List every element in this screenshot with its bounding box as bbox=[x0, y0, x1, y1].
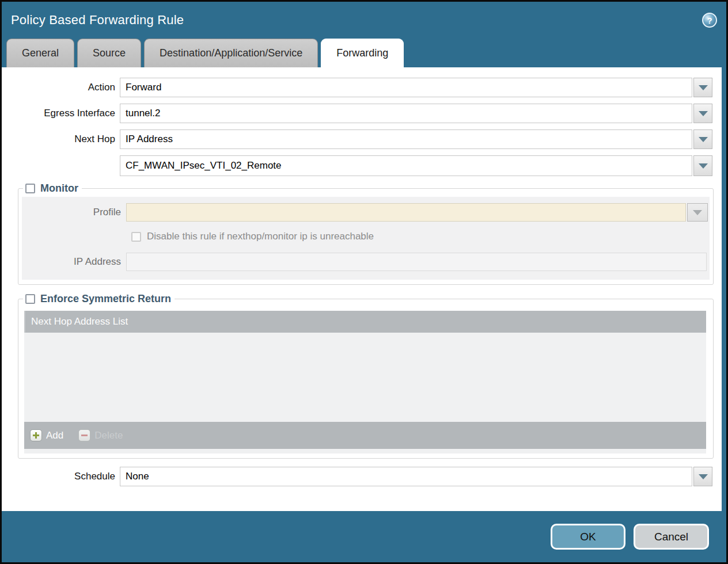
dialog-titlebar: Policy Based Forwarding Rule ? bbox=[2, 2, 726, 39]
dialog-footer: OK Cancel bbox=[2, 511, 726, 562]
tab-forwarding[interactable]: Forwarding bbox=[321, 39, 404, 67]
next-hop-address-list-table: Next Hop Address List Add Delete bbox=[24, 311, 706, 454]
profile-label: Profile bbox=[22, 207, 126, 218]
egress-interface-label: Egress Interface bbox=[2, 108, 120, 119]
schedule-row: Schedule None bbox=[2, 467, 722, 486]
table-header: Next Hop Address List bbox=[24, 311, 706, 333]
minus-icon bbox=[78, 429, 90, 441]
enforce-symmetric-return-checkbox[interactable] bbox=[25, 294, 35, 304]
egress-interface-select[interactable]: tunnel.2 bbox=[120, 104, 692, 123]
chevron-down-icon bbox=[699, 111, 708, 116]
chevron-down-icon bbox=[693, 210, 702, 215]
profile-dropdown-button bbox=[687, 203, 708, 222]
disable-rule-checkbox bbox=[131, 232, 141, 242]
profile-row: Profile bbox=[22, 203, 710, 222]
tab-general[interactable]: General bbox=[6, 39, 74, 67]
schedule-select[interactable]: None bbox=[120, 467, 692, 486]
monitor-ip-address-row: IP Address bbox=[22, 253, 710, 271]
dialog-title: Policy Based Forwarding Rule bbox=[11, 13, 184, 28]
pbf-rule-dialog: Policy Based Forwarding Rule ? General S… bbox=[0, 0, 728, 564]
action-label: Action bbox=[2, 82, 120, 93]
next-hop-row: Next Hop IP Address bbox=[2, 129, 722, 149]
help-icon[interactable]: ? bbox=[702, 13, 717, 28]
monitor-checkbox[interactable] bbox=[25, 184, 35, 193]
chevron-down-icon bbox=[699, 137, 708, 142]
chevron-down-icon bbox=[699, 474, 708, 479]
cancel-button[interactable]: Cancel bbox=[634, 524, 709, 550]
monitor-fieldset: Monitor Profile Disable this rule if nex… bbox=[18, 182, 714, 285]
action-dropdown-button[interactable] bbox=[693, 78, 712, 97]
disable-rule-row: Disable this rule if nexthop/monitor ip … bbox=[22, 231, 710, 242]
tab-bar: General Source Destination/Application/S… bbox=[2, 39, 726, 67]
action-select[interactable]: Forward bbox=[120, 78, 692, 97]
profile-select bbox=[126, 203, 686, 222]
monitor-legend-label: Monitor bbox=[40, 182, 78, 195]
disable-rule-label: Disable this rule if nexthop/monitor ip … bbox=[147, 231, 374, 242]
delete-button: Delete bbox=[78, 429, 123, 441]
next-hop-address-row: CF_MWAN_IPsec_VTI_02_Remote bbox=[2, 155, 722, 176]
table-bottom-strip bbox=[24, 449, 706, 454]
monitor-ip-address-label: IP Address bbox=[22, 256, 126, 268]
next-hop-address-dropdown-button[interactable] bbox=[693, 155, 712, 176]
schedule-dropdown-button[interactable] bbox=[693, 467, 712, 486]
chevron-down-icon bbox=[699, 85, 708, 90]
egress-interface-row: Egress Interface tunnel.2 bbox=[2, 104, 722, 123]
delete-button-label: Delete bbox=[94, 430, 123, 441]
next-hop-label: Next Hop bbox=[2, 134, 120, 145]
next-hop-dropdown-button[interactable] bbox=[693, 129, 712, 149]
enforce-symmetric-return-legend-label: Enforce Symmetric Return bbox=[40, 293, 171, 305]
table-toolbar: Add Delete bbox=[24, 422, 706, 449]
ok-button[interactable]: OK bbox=[551, 524, 625, 550]
table-header-label: Next Hop Address List bbox=[31, 316, 128, 327]
monitor-panel: Profile Disable this rule if nexthop/mon… bbox=[22, 197, 710, 280]
plus-icon bbox=[30, 429, 42, 441]
next-hop-address-select[interactable]: CF_MWAN_IPsec_VTI_02_Remote bbox=[120, 155, 692, 176]
monitor-ip-address-input bbox=[126, 253, 707, 271]
egress-interface-dropdown-button[interactable] bbox=[693, 104, 712, 123]
next-hop-type-select[interactable]: IP Address bbox=[120, 129, 692, 149]
add-button[interactable]: Add bbox=[30, 429, 63, 441]
action-row: Action Forward bbox=[2, 78, 722, 97]
add-button-label: Add bbox=[46, 430, 63, 441]
tab-source[interactable]: Source bbox=[77, 39, 141, 67]
forwarding-tab-panel: Action Forward Egress Interface tunnel.2… bbox=[2, 67, 722, 511]
tab-destination-application-service[interactable]: Destination/Application/Service bbox=[144, 39, 318, 67]
enforce-symmetric-return-fieldset: Enforce Symmetric Return Next Hop Addres… bbox=[18, 293, 714, 459]
schedule-label: Schedule bbox=[2, 471, 120, 482]
table-body[interactable] bbox=[24, 333, 706, 422]
chevron-down-icon bbox=[699, 163, 708, 169]
